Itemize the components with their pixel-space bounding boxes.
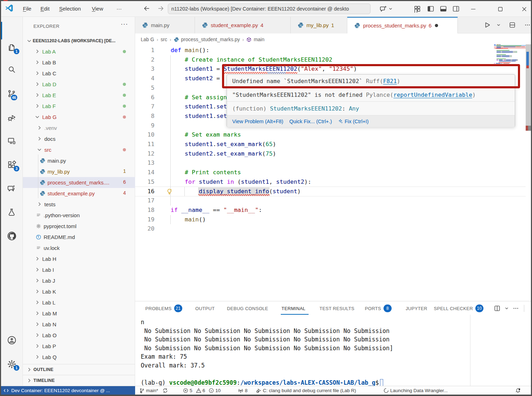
editor-more-actions-icon[interactable] — [524, 22, 531, 28]
tree-item-lab-p[interactable]: Lab P — [23, 341, 135, 352]
panel-chevron-icon[interactable] — [504, 306, 509, 311]
tab-process_student_marks-py[interactable]: process_student_marks.py6 — [347, 17, 458, 33]
problem-badge: 6 — [122, 179, 127, 185]
section-timeline[interactable]: TIMELINE — [23, 375, 135, 386]
tree-item-lab-l[interactable]: Lab L — [23, 297, 135, 308]
tree-item--python-version[interactable]: .python-version — [23, 210, 135, 221]
tree-item-lab-c[interactable]: Lab C — [23, 68, 135, 79]
tree-item-lab-g[interactable]: Lab G — [23, 112, 135, 122]
ruler-red — [526, 65, 529, 68]
quick-fix-lightbulb-icon[interactable] — [166, 188, 173, 195]
run-python-icon[interactable] — [483, 21, 491, 29]
tree-item-lab-j[interactable]: Lab J — [23, 275, 135, 286]
tree-item-lab-h[interactable]: Lab H — [23, 253, 135, 264]
minimap-line — [502, 56, 509, 57]
tab-main-py[interactable]: main.py — [135, 17, 195, 33]
dirty-indicator — [435, 24, 438, 27]
panel-tab-spell-checker[interactable]: SPELL CHECKER10 — [434, 304, 483, 313]
window-maximize-button[interactable] — [495, 4, 505, 14]
sparkle-icon — [338, 119, 343, 124]
panel-tab-test-results[interactable]: TEST RESULTS — [319, 304, 354, 313]
tree-item-lab-m[interactable]: Lab M — [23, 308, 135, 319]
notifications-bell[interactable] — [515, 386, 521, 395]
command-center-search[interactable]: n11202-labs (Workspace) [Dev Container: … — [168, 4, 370, 14]
tree-root[interactable]: EEEN11202-LABS (WORKSPACE) [DE... — [23, 35, 135, 46]
menu-edit[interactable]: Edit — [40, 6, 50, 12]
tree-item-tests[interactable]: tests — [23, 199, 135, 210]
panel-tab-jupyter[interactable]: JUPYTER — [406, 304, 427, 313]
copilot-chevron-icon — [388, 6, 397, 15]
window-close-button[interactable] — [519, 4, 529, 14]
menu-view[interactable]: View — [92, 6, 103, 12]
minimap-line — [502, 51, 513, 52]
section-outline[interactable]: OUTLINE — [23, 364, 135, 375]
vscode-logo — [5, 4, 14, 13]
tree-item-lab-k[interactable]: Lab K — [23, 286, 135, 297]
panel-more-icon[interactable] — [513, 305, 519, 312]
hover-view-problem-link[interactable]: View Problem (Alt+F8) — [232, 119, 283, 124]
git-branch-status[interactable]: main* — [139, 386, 158, 395]
tree-item-src[interactable]: src — [23, 144, 135, 155]
breadcrumb-symbol[interactable]: main — [254, 37, 264, 42]
tree-item-lab-q[interactable]: Lab Q — [23, 352, 135, 363]
panel-tab-output[interactable]: OUTPUT — [195, 304, 215, 313]
tree-item-main-py[interactable]: main.py — [23, 155, 135, 166]
remote-indicator[interactable]: Dev Container: EEEN11202 devcontainer @ … — [0, 386, 135, 395]
menu-file[interactable]: File — [23, 6, 31, 12]
menu-selection[interactable]: Selection — [59, 6, 81, 12]
panel-tab-debug-console[interactable]: DEBUG CONSOLE — [227, 304, 268, 313]
tree-item-lab-i[interactable]: Lab I — [23, 264, 135, 275]
activity-chat[interactable] — [7, 184, 17, 194]
hover-fix-link[interactable]: Fix (Ctrl+I) — [344, 119, 368, 124]
tree-item-docs[interactable]: docs — [23, 133, 135, 144]
activity-search[interactable] — [7, 65, 17, 75]
breadcrumb-folder[interactable]: src — [160, 37, 167, 42]
split-editor-icon[interactable] — [509, 21, 516, 29]
tree-item-lab-a[interactable]: Lab A — [23, 46, 135, 57]
tree-item-lab-b[interactable]: Lab B — [23, 57, 135, 68]
tree-item-lab-o[interactable]: Lab O — [23, 330, 135, 341]
ruler-blue — [526, 52, 529, 65]
explorer-more-actions[interactable]: ··· — [121, 20, 128, 28]
tab-my_lib-py[interactable]: my_lib.py1 — [291, 17, 347, 33]
breadcrumb-file[interactable]: process_student_marks.py — [181, 37, 240, 42]
tree-item-uv-lock[interactable]: uv.lock — [23, 243, 135, 253]
ports-status[interactable]: 8 — [238, 386, 248, 395]
panel-tab-ports[interactable]: PORTS8 — [365, 304, 392, 313]
minimap-line — [512, 59, 517, 60]
tree-item-lab-n[interactable]: Lab N — [23, 319, 135, 330]
tree-item-student-example-py[interactable]: student_example.py — [23, 188, 135, 199]
tree-item-lab-d[interactable]: Lab D — [23, 79, 135, 90]
hover-quick-fix-link[interactable]: Quick Fix... (Ctrl+.) — [289, 119, 332, 124]
activity-github[interactable] — [7, 231, 17, 241]
window-minimize-button[interactable] — [468, 4, 478, 14]
tree-item--venv[interactable]: .venv — [23, 122, 135, 133]
panel-tab-terminal[interactable]: TERMINAL — [281, 304, 305, 313]
run-dropdown-icon[interactable] — [496, 23, 501, 27]
progress-status[interactable]: Launching Data Wrangler... — [384, 386, 448, 395]
sync-status[interactable] — [163, 386, 168, 395]
panel-layout-icon[interactable] — [494, 305, 501, 312]
tree-item-lab-f[interactable]: Lab F — [23, 101, 135, 112]
activity-run-debug[interactable] — [7, 113, 17, 123]
breadcrumb[interactable]: Lab G›src›process_student_marks.py›main — [135, 33, 531, 45]
problems-status[interactable]: 5610 — [183, 386, 221, 395]
menu-[interactable]: ··· — [116, 6, 122, 12]
tree-item-lab-e[interactable]: Lab E — [23, 90, 135, 101]
tree-item-my-lib-py[interactable]: my_lib.py — [23, 166, 135, 177]
tab-student_example-py[interactable]: student_example.py4 — [195, 17, 291, 33]
task-status[interactable]: C: clang build and debug current file (L… — [256, 386, 356, 395]
minimap-line — [515, 61, 516, 62]
toggle-secondary-sidebar-icon — [452, 5, 461, 13]
tree-item-pyproject-toml[interactable]: pyproject.toml — [23, 221, 135, 232]
tree-item-readme-md[interactable]: README.md — [23, 232, 135, 243]
activity-remote-explorer[interactable] — [7, 137, 17, 146]
panel-tab-problems[interactable]: PROBLEMS21 — [145, 304, 182, 313]
git-status-dot — [123, 94, 126, 97]
breadcrumb-folder[interactable]: Lab G — [141, 37, 154, 42]
activity-testing[interactable] — [7, 208, 17, 218]
minimap-line — [496, 51, 501, 52]
tree-item-process-student-marks-[interactable]: process_student_marks.... — [23, 177, 135, 188]
activity-account[interactable] — [7, 335, 17, 345]
git-status-dot — [123, 148, 126, 151]
